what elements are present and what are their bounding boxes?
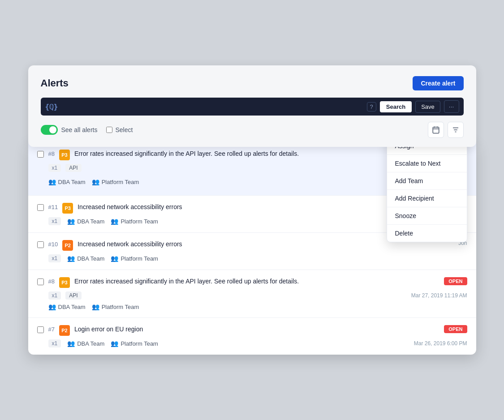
alert-item: #8 P3 Error rates increased significantl… (28, 142, 476, 196)
teams-left-1: x1 👥 DBA Team 👥 Platform Team (48, 217, 158, 225)
teams-left-0: 👥 DBA Team 👥 Platform Team (48, 178, 139, 185)
alert-status-3: OPEN (444, 277, 467, 285)
team-name-dba-4: DBA Team (77, 340, 104, 347)
team-icon-platform-0: 👥 (92, 178, 99, 185)
select-label: Select (115, 126, 133, 133)
calendar-icon-button[interactable] (428, 122, 444, 138)
team-platform-2: 👥 Platform Team (111, 254, 158, 262)
alert-top-row-4: #7 P2 Login error on EU region OPEN (37, 325, 467, 336)
team-platform-0: 👥 Platform Team (92, 178, 139, 185)
search-help-button[interactable]: ? (367, 102, 376, 111)
alert-message-4: Login error on EU region (74, 325, 439, 334)
priority-badge-1: P3 (62, 203, 73, 214)
alert-checkbox-0[interactable] (37, 151, 44, 158)
search-more-button[interactable]: ··· (444, 100, 459, 113)
alerts-header-card: Alerts Create alert {ℚ} ? Search Save ··… (28, 65, 476, 147)
alert-count-4: x1 (48, 339, 61, 347)
team-icon-platform-1: 👥 (111, 218, 118, 225)
team-name-dba-2: DBA Team (77, 255, 104, 262)
alert-checkbox-1[interactable] (37, 204, 44, 211)
alert-meta-left-0: x1 API (48, 164, 82, 172)
alert-tag-0: API (65, 164, 81, 172)
alert-count-2: x1 (48, 254, 61, 262)
team-name-platform-0: Platform Team (102, 179, 139, 185)
team-icon-dba-1: 👥 (67, 218, 75, 225)
see-all-alerts-toggle[interactable] (41, 125, 58, 135)
alert-count-3: x1 (48, 291, 61, 300)
team-icon-platform-2: 👥 (111, 255, 118, 262)
see-all-alerts-toggle-container: See all alerts (41, 125, 98, 135)
dropdown-item-add-recipient[interactable]: Add Recipient (387, 190, 467, 207)
team-icon-platform-4: 👥 (111, 340, 118, 347)
team-icon-dba-2: 👥 (67, 255, 75, 262)
create-alert-button[interactable]: Create alert (413, 76, 463, 90)
teams-left-4: x1 👥 DBA Team 👥 Platform Team (48, 339, 158, 347)
select-check-container: Select (106, 126, 133, 133)
filter-icon-button[interactable] (448, 122, 464, 138)
team-name-dba-0: DBA Team (58, 179, 86, 185)
dropdown-item-snooze[interactable]: Snooze (387, 207, 467, 225)
alert-teams-row-4: x1 👥 DBA Team 👥 Platform Team Mar 26, 20… (37, 339, 467, 347)
alerts-title-row: Alerts Create alert (41, 76, 464, 90)
alert-id-2: #10 (48, 241, 58, 248)
filter-icon (452, 126, 460, 134)
alert-checkbox-4[interactable] (37, 326, 44, 333)
alert-id-3: #8 (48, 278, 55, 285)
search-query-icon: {ℚ} (45, 103, 58, 111)
team-icon-dba-0: 👥 (48, 178, 56, 185)
alert-id-1: #11 (48, 204, 58, 210)
alert-count-1: x1 (48, 217, 61, 225)
team-name-dba-3: DBA Team (58, 304, 86, 310)
team-name-platform-1: Platform Team (121, 218, 158, 225)
dropdown-item-add-team[interactable]: Add Team (387, 172, 467, 190)
team-dba-4: 👥 DBA Team (67, 339, 104, 347)
team-dba-0: 👥 DBA Team (48, 178, 86, 185)
filter-left: See all alerts Select (41, 125, 133, 135)
dropdown-menu: Assign Escalate to Next Add Team Add Rec… (387, 137, 467, 242)
alert-item-3: #8 P3 Error rates increased significantl… (28, 270, 476, 318)
alert-count-0: x1 (48, 164, 61, 172)
dropdown-item-delete[interactable]: Delete (387, 225, 467, 242)
app-wrapper: Alerts Create alert {ℚ} ? Search Save ··… (28, 65, 476, 355)
team-icon-platform-3: 👥 (92, 303, 99, 310)
priority-badge-0: P3 (59, 150, 70, 160)
team-dba-2: 👥 DBA Team (67, 254, 104, 262)
alert-meta-row-3: x1 API Mar 27, 2019 11:19 AM (37, 291, 467, 300)
search-button[interactable]: Search (380, 101, 412, 112)
alert-message-3: Error rates increased significantly in t… (74, 277, 439, 286)
alert-date-4: Mar 26, 2019 6:00 PM (414, 340, 467, 347)
svg-rect-0 (433, 127, 439, 133)
filter-row: See all alerts Select (41, 122, 464, 138)
team-icon-dba-4: 👥 (67, 340, 75, 347)
team-name-platform-2: Platform Team (121, 255, 158, 262)
alerts-list-card: #8 P3 Error rates increased significantl… (28, 142, 476, 355)
alert-meta-left-3: x1 API (48, 291, 82, 300)
alert-id-0: #8 (48, 150, 55, 157)
alert-top-row-3: #8 P3 Error rates increased significantl… (37, 277, 467, 288)
team-icon-dba-3: 👥 (48, 303, 56, 310)
filter-icons (428, 122, 464, 138)
alert-id-4: #7 (48, 326, 55, 333)
dropdown-item-escalate[interactable]: Escalate to Next (387, 155, 467, 172)
teams-left-3: 👥 DBA Team 👥 Platform Team (48, 303, 139, 310)
team-platform-3: 👥 Platform Team (92, 303, 139, 310)
calendar-icon (432, 126, 440, 134)
alert-checkbox-2[interactable] (37, 241, 44, 248)
priority-badge-2: P2 (62, 240, 73, 251)
priority-badge-3: P3 (59, 277, 70, 288)
search-bar: {ℚ} ? Search Save ··· (41, 98, 464, 116)
page-title: Alerts (41, 77, 69, 89)
team-platform-1: 👥 Platform Team (111, 217, 158, 225)
team-dba-3: 👥 DBA Team (48, 303, 86, 310)
team-name-platform-3: Platform Team (102, 304, 139, 310)
alert-date-3: Mar 27, 2019 11:19 AM (411, 292, 467, 299)
team-platform-4: 👥 Platform Team (111, 339, 158, 347)
alert-item-4: #7 P2 Login error on EU region OPEN x1 👥… (28, 318, 476, 355)
team-name-platform-4: Platform Team (121, 340, 158, 347)
priority-badge-4: P2 (59, 325, 70, 336)
search-input[interactable] (61, 103, 363, 110)
select-checkbox[interactable] (106, 127, 112, 133)
alert-checkbox-3[interactable] (37, 279, 44, 285)
alert-status-4: OPEN (444, 325, 467, 333)
save-search-button[interactable]: Save (415, 101, 440, 113)
